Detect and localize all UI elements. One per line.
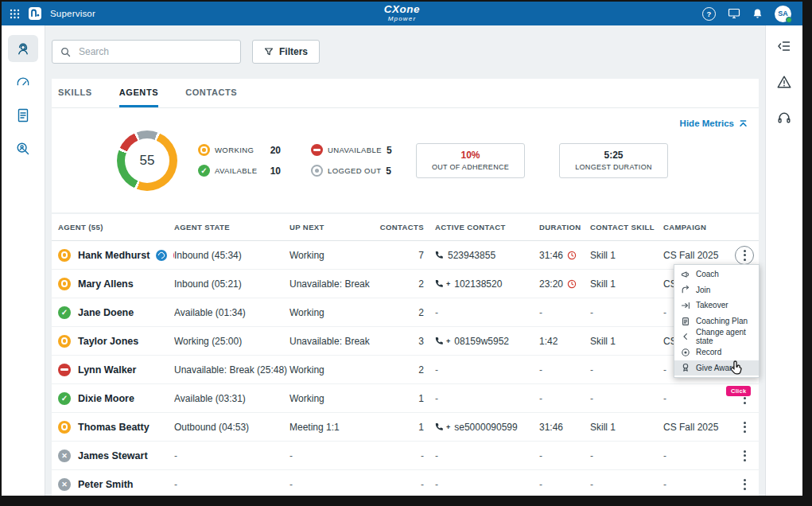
- tab-contacts[interactable]: CONTACTS: [185, 79, 237, 107]
- table-header: AGENT (55)AGENT STATEUP NEXTCONTACTSACTI…: [52, 214, 759, 241]
- legend-item: UNAVAILABLE5: [311, 144, 387, 156]
- menu-item-label: Record: [696, 348, 721, 356]
- bell-icon[interactable]: [752, 8, 763, 19]
- agent-state-available-icon: [58, 306, 71, 319]
- column-header[interactable]: CAMPAIGN: [663, 223, 732, 232]
- legend-label: AVAILABLE: [215, 166, 257, 175]
- active-contact-cell: +se5000090599: [425, 422, 539, 433]
- agent-state-unavailable-icon: [58, 364, 71, 376]
- sidebar-item-dashboard[interactable]: [8, 68, 38, 95]
- contact-skill-cell: -: [590, 393, 663, 404]
- row-actions-kebab[interactable]: [735, 475, 754, 494]
- menu-item-takeover[interactable]: Takeover: [674, 298, 759, 313]
- table-row[interactable]: Thomas BeattyOutbound (04:53)Meeting 1:1…: [52, 413, 759, 442]
- filters-button[interactable]: Filters: [252, 40, 320, 64]
- available-state-icon: [198, 165, 210, 177]
- duration-alert-clock-icon: [567, 251, 577, 260]
- agent-name: James Stewart: [78, 450, 148, 461]
- active-contact-cell: -: [425, 450, 539, 461]
- agent-name: Mary Allens: [78, 278, 134, 290]
- agent-name: Peter Smith: [78, 479, 133, 490]
- contact-skill-cell: -: [590, 307, 663, 318]
- agent-state-cell: Available (01:34): [174, 307, 289, 318]
- column-header[interactable]: DURATION: [539, 223, 590, 232]
- brand-mark-icon[interactable]: [28, 6, 42, 21]
- headset-icon[interactable]: [776, 110, 792, 126]
- campaign-cell: CS Fall 2025: [663, 422, 732, 433]
- campaign-cell: -: [663, 479, 732, 490]
- contact-skill-cell: Skill 1: [590, 336, 663, 347]
- monitor-icon[interactable]: [728, 8, 740, 19]
- contacts-cell: -: [373, 450, 425, 461]
- agent-name: Dixie Moore: [78, 393, 134, 404]
- agent-state-cell: Inbound (45:34): [174, 250, 289, 261]
- contacts-cell: -: [373, 479, 425, 490]
- table-row[interactable]: Jane DoeneAvailable (01:34)Working2----: [52, 298, 759, 327]
- up-next-cell: -: [289, 450, 373, 461]
- column-header[interactable]: CONTACT SKILL: [590, 223, 663, 232]
- agent-state-logged-out-icon: [58, 450, 71, 462]
- up-next-cell: Working: [289, 250, 373, 261]
- coach-icon: [681, 270, 690, 279]
- sidebar-item-supervisor[interactable]: [8, 35, 38, 62]
- row-actions-kebab[interactable]: [735, 418, 754, 437]
- phone-icon: [435, 279, 444, 288]
- legend-value: 5: [386, 165, 391, 177]
- app-title: Supervisor: [50, 9, 95, 18]
- table-row[interactable]: Dixie MooreAvailable (03:31)Working1----: [52, 384, 759, 413]
- campaign-cell: -: [663, 393, 732, 404]
- hide-metrics-toggle[interactable]: Hide Metrics: [680, 119, 748, 128]
- menu-item-change-agent-state[interactable]: Change agent state: [674, 329, 759, 344]
- search-input[interactable]: [77, 45, 232, 58]
- right-sidebar: [765, 25, 802, 496]
- adherence-card: 10% OUT OF ADHERENCE: [416, 143, 525, 178]
- agent-cell: Thomas Beatty: [58, 421, 174, 434]
- duration-cell: 31:46: [539, 250, 590, 261]
- panel-toggle-icon[interactable]: [776, 38, 792, 54]
- column-header[interactable]: AGENT (55): [58, 223, 174, 232]
- table-body: Hank MedhurstInbound (45:34)Working75239…: [52, 241, 759, 496]
- menu-item-record[interactable]: Record: [674, 344, 759, 360]
- up-next-cell: Working: [289, 364, 373, 376]
- row-actions-kebab[interactable]: [735, 246, 754, 265]
- active-contact-cell: 523943855: [425, 250, 539, 261]
- search-icon: [60, 47, 71, 57]
- agent-state-working-icon: [58, 249, 71, 262]
- table-row[interactable]: Mary AllensInbound (05:21)Unavailable: B…: [52, 270, 759, 298]
- contacts-cell: 1: [373, 393, 425, 404]
- warning-icon[interactable]: [776, 74, 792, 90]
- agent-headset-icon: [15, 41, 31, 56]
- record-icon: [681, 348, 690, 357]
- agent-name: Thomas Beatty: [78, 422, 150, 433]
- column-header[interactable]: CONTACTS: [373, 223, 425, 232]
- column-header[interactable]: AGENT STATE: [174, 223, 289, 232]
- menu-item-coaching-plan[interactable]: Coaching Plan: [674, 313, 759, 329]
- apps-grid-icon[interactable]: [10, 9, 20, 19]
- table-row[interactable]: Hank MedhurstInbound (45:34)Working75239…: [52, 241, 759, 270]
- help-icon[interactable]: [702, 7, 716, 21]
- table-row[interactable]: Lynn WalkerUnavailable: Break (25:48)Wor…: [52, 356, 759, 384]
- table-row[interactable]: James Stewart-------: [52, 442, 759, 470]
- tab-skills[interactable]: SKILLS: [58, 79, 92, 107]
- sidebar-item-reports[interactable]: [8, 102, 38, 129]
- row-actions-kebab[interactable]: [735, 446, 754, 465]
- menu-item-give-award[interactable]: Give Award: [674, 360, 759, 376]
- agent-cell: Dixie Moore: [58, 392, 174, 405]
- takeover-icon: [681, 301, 690, 310]
- avatar[interactable]: SA: [775, 6, 791, 22]
- duration-cell: 31:46: [539, 422, 590, 433]
- sidebar-item-agent-search[interactable]: [8, 135, 38, 162]
- agent-state-cell: Outbound (04:53): [174, 422, 289, 433]
- longest-duration-card: 5:25 LONGEST DURATION: [559, 143, 668, 178]
- duration-alert-clock-icon: [567, 279, 577, 289]
- column-header[interactable]: ACTIVE CONTACT: [425, 223, 539, 232]
- monitoring-icon: [156, 250, 167, 261]
- phone-icon: [435, 422, 444, 431]
- menu-item-join[interactable]: Join: [674, 282, 759, 298]
- column-header[interactable]: UP NEXT: [289, 223, 373, 232]
- table-row[interactable]: Taylor JonesWorking (25:00)Unavailable: …: [52, 327, 759, 356]
- tab-agents[interactable]: AGENTS: [119, 79, 158, 107]
- table-row[interactable]: Peter Smith-------: [52, 470, 759, 496]
- legend-value: 5: [387, 145, 392, 156]
- menu-item-coach[interactable]: Coach: [674, 267, 759, 282]
